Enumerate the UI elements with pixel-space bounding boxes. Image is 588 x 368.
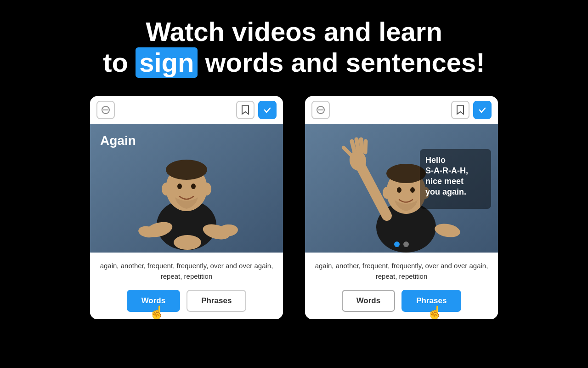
headline-line1: Watch videos and learn [103,17,485,47]
svg-point-10 [191,184,196,189]
card-right: Hello S-A-R-A-H, nice meet you again. ag… [305,96,498,319]
bookmark-button-right[interactable] [451,101,469,119]
video-left[interactable]: Again [90,124,283,253]
card-right-description: again, another, frequent, frequently, ov… [314,261,489,282]
phrases-button-left[interactable]: Phrases [187,290,246,312]
headline-highlight: sign [136,47,198,78]
headline-line2: to sign words and sentences! [103,47,485,78]
svg-point-15 [174,235,201,250]
card-right-body: again, another, frequent, frequently, ov… [305,253,498,319]
check-button-left[interactable] [258,101,277,119]
words-button-right[interactable]: Words [342,290,396,312]
words-button-wrapper-left: Words ☝ [127,290,181,312]
svg-text:you again.: you again. [425,187,466,196]
headline-after: words and sentences! [198,47,485,77]
headline-before: to [103,47,136,77]
phrases-button-right[interactable]: Phrases [401,290,461,312]
card-left: Again again, another, frequent, frequent… [90,96,283,319]
bookmark-button-left[interactable] [236,101,254,119]
card-left-buttons: Words ☝ Phrases [127,290,247,312]
phrases-button-wrapper-right: Phrases ☝ [401,290,461,312]
words-button-left[interactable]: Words [127,290,181,312]
svg-point-8 [202,183,211,196]
svg-line-33 [365,141,366,152]
svg-line-32 [361,139,362,151]
svg-point-9 [177,184,182,189]
card-left-header-right [236,101,277,119]
video-right[interactable]: Hello S-A-R-A-H, nice meet you again. [305,124,498,253]
svg-point-7 [162,183,171,196]
ban-button-left[interactable] [96,101,115,119]
card-left-header [90,96,283,124]
main-headline: Watch videos and learn to sign words and… [103,17,485,78]
svg-text:S-A-R-A-H,: S-A-R-A-H, [425,166,468,175]
svg-text:Again: Again [100,133,136,148]
card-right-header-right [451,101,492,119]
svg-line-30 [352,141,355,152]
card-right-buttons: Words Phrases ☝ [342,290,462,312]
svg-point-24 [383,187,391,199]
card-right-header [305,96,498,124]
svg-text:nice meet: nice meet [425,177,464,186]
svg-point-42 [403,242,409,247]
ban-button-right[interactable] [311,101,330,119]
check-button-right[interactable] [473,101,492,119]
svg-point-6 [166,160,207,180]
svg-text:Hello: Hello [425,155,446,165]
svg-point-41 [394,242,400,247]
svg-point-27 [410,187,415,193]
cards-row: Again again, another, frequent, frequent… [90,96,498,319]
card-left-description: again, another, frequent, frequently, ov… [99,261,274,282]
svg-point-26 [397,187,401,193]
svg-line-31 [356,139,358,151]
card-left-body: again, another, frequent, frequently, ov… [90,253,283,319]
